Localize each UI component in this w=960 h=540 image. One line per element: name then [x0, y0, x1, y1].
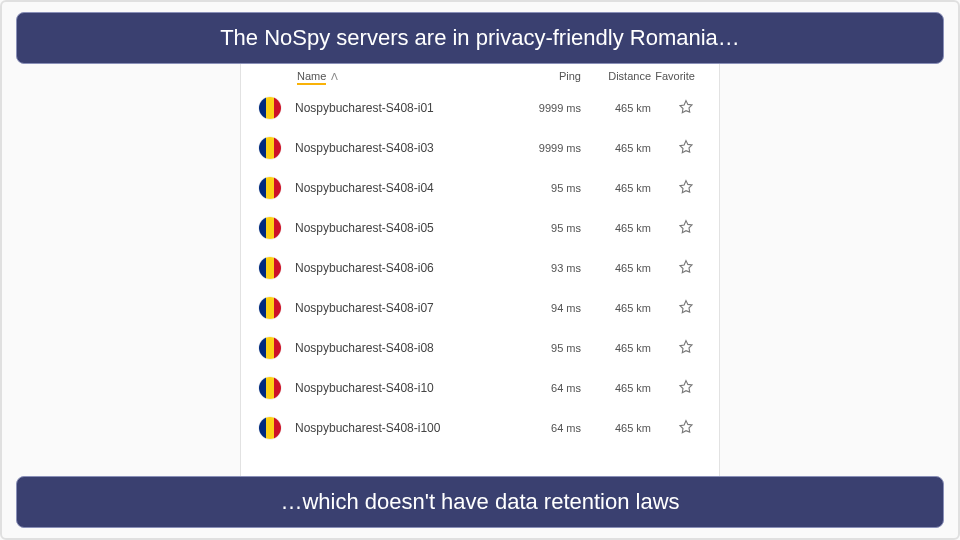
caption-bottom: …which doesn't have data retention laws [16, 476, 944, 528]
server-ping: 64 ms [511, 422, 581, 434]
caption-top-text: The NoSpy servers are in privacy-friendl… [220, 25, 740, 51]
favorite-toggle[interactable] [651, 418, 701, 439]
header-name[interactable]: Name ᐱ [259, 70, 511, 82]
table-header: Name ᐱ Ping Distance Favorite [241, 64, 719, 88]
server-distance: 465 km [581, 222, 651, 234]
server-distance: 465 km [581, 382, 651, 394]
flag-romania-icon [259, 297, 281, 319]
table-row[interactable]: Nospybucharest-S408-i0595 ms465 km [241, 208, 719, 248]
star-outline-icon [677, 418, 695, 436]
table-row[interactable]: Nospybucharest-S408-i0495 ms465 km [241, 168, 719, 208]
flag-romania-icon [259, 137, 281, 159]
server-list-panel: Name ᐱ Ping Distance Favorite Nospybucha… [240, 64, 720, 476]
server-ping: 95 ms [511, 342, 581, 354]
table-row[interactable]: Nospybucharest-S408-i019999 ms465 km [241, 88, 719, 128]
header-name-label: Name [297, 70, 326, 85]
flag-romania-icon [259, 177, 281, 199]
server-distance: 465 km [581, 422, 651, 434]
sort-asc-icon: ᐱ [331, 71, 338, 82]
favorite-toggle[interactable] [651, 218, 701, 239]
server-name: Nospybucharest-S408-i01 [295, 101, 511, 115]
server-distance: 465 km [581, 342, 651, 354]
server-rows: Nospybucharest-S408-i019999 ms465 kmNosp… [241, 88, 719, 448]
server-distance: 465 km [581, 182, 651, 194]
server-distance: 465 km [581, 302, 651, 314]
header-ping[interactable]: Ping [511, 70, 581, 82]
flag-romania-icon [259, 217, 281, 239]
server-ping: 9999 ms [511, 102, 581, 114]
table-row[interactable]: Nospybucharest-S408-i0895 ms465 km [241, 328, 719, 368]
caption-bottom-text: …which doesn't have data retention laws [280, 489, 679, 515]
star-outline-icon [677, 138, 695, 156]
star-outline-icon [677, 218, 695, 236]
favorite-toggle[interactable] [651, 338, 701, 359]
caption-top: The NoSpy servers are in privacy-friendl… [16, 12, 944, 64]
flag-romania-icon [259, 257, 281, 279]
favorite-toggle[interactable] [651, 138, 701, 159]
star-outline-icon [677, 378, 695, 396]
server-ping: 9999 ms [511, 142, 581, 154]
flag-romania-icon [259, 337, 281, 359]
star-outline-icon [677, 98, 695, 116]
table-row[interactable]: Nospybucharest-S408-i1064 ms465 km [241, 368, 719, 408]
server-name: Nospybucharest-S408-i08 [295, 341, 511, 355]
server-name: Nospybucharest-S408-i03 [295, 141, 511, 155]
star-outline-icon [677, 258, 695, 276]
server-ping: 95 ms [511, 222, 581, 234]
favorite-toggle[interactable] [651, 178, 701, 199]
table-row[interactable]: Nospybucharest-S408-i0794 ms465 km [241, 288, 719, 328]
favorite-toggle[interactable] [651, 298, 701, 319]
table-row[interactable]: Nospybucharest-S408-i039999 ms465 km [241, 128, 719, 168]
table-row[interactable]: Nospybucharest-S408-i10064 ms465 km [241, 408, 719, 448]
server-ping: 95 ms [511, 182, 581, 194]
server-name: Nospybucharest-S408-i04 [295, 181, 511, 195]
table-row[interactable]: Nospybucharest-S408-i0693 ms465 km [241, 248, 719, 288]
header-favorite[interactable]: Favorite [651, 70, 701, 82]
flag-romania-icon [259, 417, 281, 439]
flag-romania-icon [259, 97, 281, 119]
server-distance: 465 km [581, 102, 651, 114]
server-ping: 93 ms [511, 262, 581, 274]
server-ping: 94 ms [511, 302, 581, 314]
star-outline-icon [677, 298, 695, 316]
server-name: Nospybucharest-S408-i10 [295, 381, 511, 395]
header-distance[interactable]: Distance [581, 70, 651, 82]
favorite-toggle[interactable] [651, 378, 701, 399]
flag-romania-icon [259, 377, 281, 399]
server-name: Nospybucharest-S408-i06 [295, 261, 511, 275]
server-name: Nospybucharest-S408-i100 [295, 421, 511, 435]
server-distance: 465 km [581, 142, 651, 154]
server-name: Nospybucharest-S408-i07 [295, 301, 511, 315]
server-ping: 64 ms [511, 382, 581, 394]
favorite-toggle[interactable] [651, 258, 701, 279]
star-outline-icon [677, 338, 695, 356]
favorite-toggle[interactable] [651, 98, 701, 119]
star-outline-icon [677, 178, 695, 196]
server-distance: 465 km [581, 262, 651, 274]
server-name: Nospybucharest-S408-i05 [295, 221, 511, 235]
